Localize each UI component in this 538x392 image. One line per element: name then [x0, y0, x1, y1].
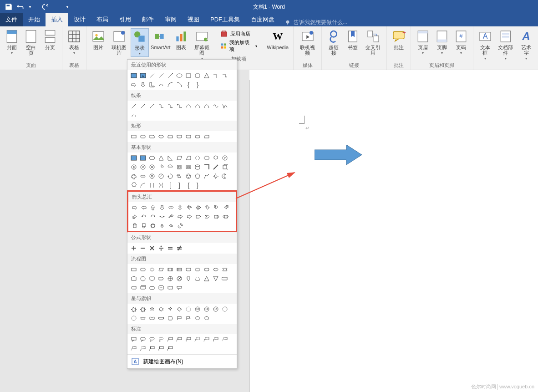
shape-eq-5[interactable]: [166, 244, 175, 253]
shape-basic-27[interactable]: [166, 172, 175, 181]
document-page[interactable]: ↵: [249, 80, 538, 392]
shape-basic-29[interactable]: [184, 172, 193, 181]
shape-flow-27[interactable]: [166, 283, 175, 292]
shape-basic-26[interactable]: [157, 172, 166, 181]
shape-basic-39[interactable]: ]: [175, 181, 184, 190]
shape-basic-12[interactable]: 8: [129, 163, 138, 172]
shape-callout-6[interactable]: [175, 335, 184, 344]
shape-arrow-5[interactable]: [167, 203, 176, 212]
shape-basic-2[interactable]: [138, 153, 147, 163]
shape-arrow-18[interactable]: [185, 212, 194, 221]
btn-footer[interactable]: 页脚 ▾: [433, 28, 451, 56]
shape-arrow-27[interactable]: [167, 221, 176, 230]
shape-basic-16[interactable]: [166, 163, 175, 172]
btn-my-addins[interactable]: 我的加载项 ▾: [220, 39, 258, 53]
shape-eq-1[interactable]: [129, 244, 138, 253]
tab-design[interactable]: 设计: [68, 13, 91, 26]
shape-flow-17[interactable]: [175, 274, 184, 283]
shape-triangle[interactable]: [202, 71, 211, 80]
shape-basic-23[interactable]: [129, 172, 138, 181]
shape-star-5[interactable]: [166, 305, 175, 314]
tab-insert[interactable]: 插入: [46, 13, 68, 26]
shape-elbow[interactable]: [211, 71, 220, 80]
shape-callout-16[interactable]: [166, 344, 175, 353]
shape-flow-8[interactable]: [193, 265, 202, 274]
shape-flow-6[interactable]: [175, 265, 184, 274]
shape-arrow-9[interactable]: [203, 203, 212, 212]
shape-arrow-23[interactable]: [130, 221, 139, 230]
shape-flow-13[interactable]: [138, 274, 147, 283]
tab-file[interactable]: 文件: [0, 13, 23, 26]
shape-basic-28[interactable]: [175, 172, 184, 181]
shape-rect-1[interactable]: [129, 132, 138, 141]
shape-line-2[interactable]: [138, 102, 147, 111]
shape-callout-12[interactable]: [129, 344, 138, 353]
shape-freeform[interactable]: [157, 80, 166, 89]
shape-line-4[interactable]: [157, 102, 166, 111]
shape-flow-16[interactable]: [166, 274, 175, 283]
btn-screenshot[interactable]: + 屏幕截图 ▾: [191, 28, 213, 61]
shape-rect[interactable]: [184, 71, 193, 80]
shape-line-3[interactable]: [147, 102, 157, 111]
shape-oval[interactable]: [175, 71, 184, 80]
shape-basic-10[interactable]: [211, 153, 220, 163]
shape-eq-4[interactable]: [157, 244, 166, 253]
shape-star-16[interactable]: [166, 314, 175, 323]
shape-connector[interactable]: [166, 71, 175, 80]
shape-basic-1[interactable]: [129, 153, 138, 163]
shape-flow-20[interactable]: [202, 274, 211, 283]
shape-textbox[interactable]: [129, 71, 138, 80]
tab-pdf[interactable]: PDF工具集: [205, 13, 245, 26]
shape-basic-19[interactable]: [193, 163, 202, 172]
shape-arrow-7[interactable]: [185, 203, 194, 212]
shape-arrow-16[interactable]: [167, 212, 176, 221]
shape-rect-9[interactable]: [202, 132, 211, 141]
shape-flow-4[interactable]: [157, 265, 166, 274]
shape-arrow-21[interactable]: [212, 212, 221, 221]
shape-basic-22[interactable]: [220, 163, 229, 172]
shape-star-4[interactable]: [157, 305, 166, 314]
redo-icon[interactable]: [41, 3, 49, 11]
shape-eq-2[interactable]: [138, 244, 147, 253]
shape-flow-24[interactable]: [138, 283, 147, 292]
tab-layout[interactable]: 布局: [91, 13, 114, 26]
shape-arrow-22[interactable]: [221, 212, 230, 221]
shape-flow-1[interactable]: [129, 265, 138, 274]
shape-rect-8[interactable]: [193, 132, 202, 141]
shape-basic-13[interactable]: 10: [138, 163, 147, 172]
shape-textbox-v[interactable]: A: [138, 71, 147, 80]
shape-arrow-20[interactable]: [203, 212, 212, 221]
btn-bookmark[interactable]: 书签: [344, 28, 362, 51]
shape-flow-25[interactable]: [147, 283, 157, 292]
shape-arrow-17[interactable]: [176, 212, 185, 221]
btn-comment[interactable]: + 批注: [390, 28, 408, 51]
shape-basic-40[interactable]: {: [184, 181, 193, 190]
shape-basic-5[interactable]: [166, 153, 175, 163]
btn-smartart[interactable]: SmartArt: [150, 28, 171, 51]
shape-rect-3[interactable]: [147, 132, 157, 141]
shape-callout-11[interactable]: [220, 335, 229, 344]
tab-baidu[interactable]: 百度网盘: [245, 13, 280, 26]
shape-basic-30[interactable]: [193, 172, 202, 181]
shape-arrow-14[interactable]: [148, 212, 157, 221]
shape-star-11[interactable]: [220, 305, 229, 314]
btn-quick-parts[interactable]: 文档部件 ▾: [495, 28, 516, 61]
shape-callout-8[interactable]: [193, 335, 202, 344]
btn-cover-page[interactable]: 封面 ▾: [3, 28, 21, 56]
shape-arrow-8[interactable]: [194, 203, 203, 212]
shape-flow-5[interactable]: [166, 265, 175, 274]
shape-flow-28[interactable]: [175, 283, 184, 292]
shape-flow-18[interactable]: [184, 274, 193, 283]
shape-callout-9[interactable]: [202, 335, 211, 344]
shape-flow-10[interactable]: [211, 265, 220, 274]
btn-textbox[interactable]: A 文本框 ▾: [476, 28, 494, 61]
shape-arrow-28[interactable]: [176, 221, 185, 230]
shape-flow-22[interactable]: [220, 274, 229, 283]
shape-arrow-6[interactable]: [176, 203, 185, 212]
shape-basic-35[interactable]: [138, 181, 147, 190]
new-drawing-canvas[interactable]: A 新建绘图画布(N): [127, 354, 237, 368]
shape-roundrect[interactable]: [193, 71, 202, 80]
save-icon[interactable]: [5, 3, 13, 11]
shape-basic-8[interactable]: [193, 153, 202, 163]
shape-arrow-2[interactable]: [139, 203, 148, 212]
